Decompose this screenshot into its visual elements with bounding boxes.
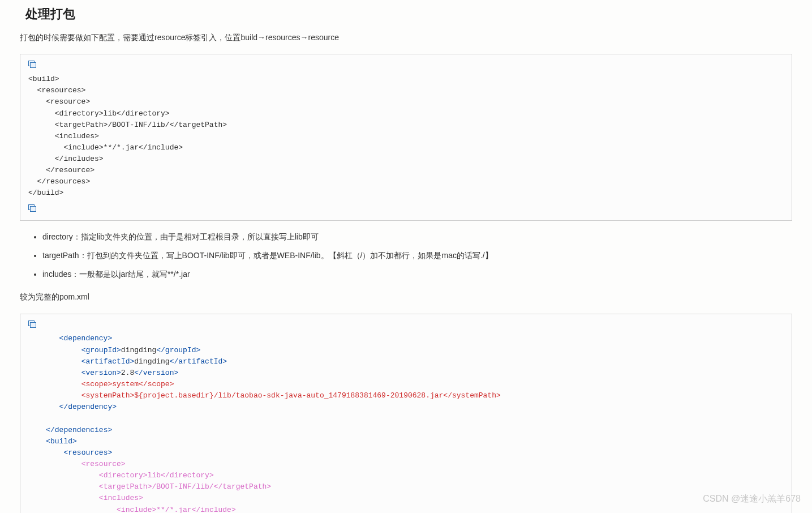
copy-icon[interactable] <box>28 204 36 211</box>
bullet-list: directory：指定lib文件夹的位置，由于是相对工程根目录，所以直接写上l… <box>20 231 792 280</box>
code-text-1: <build> <resources> <resource> <director… <box>28 74 784 199</box>
copy-icon[interactable] <box>28 320 36 327</box>
article-content: 处理打包 打包的时候需要做如下配置，需要通过resource标签引入，位置bui… <box>0 0 812 513</box>
code-block-2: <dependency> <groupId>dingding</groupId>… <box>20 314 792 513</box>
list-item: directory：指定lib文件夹的位置，由于是相对工程根目录，所以直接写上l… <box>42 231 792 243</box>
section-heading: 处理打包 <box>20 6 792 23</box>
list-item: targetPath：打包到的文件夹位置，写上BOOT-INF/lib即可，或者… <box>42 250 792 262</box>
pom-paragraph: 较为完整的pom.xml <box>20 290 792 303</box>
list-item: includes：一般都是以jar结尾，就写**/*.jar <box>42 268 792 280</box>
code-text-2: <dependency> <groupId>dingding</groupId>… <box>28 333 784 513</box>
code-block-1: <build> <resources> <resource> <director… <box>20 54 792 221</box>
intro-paragraph: 打包的时候需要做如下配置，需要通过resource标签引入，位置build→re… <box>20 31 792 44</box>
copy-icon[interactable] <box>28 61 36 67</box>
